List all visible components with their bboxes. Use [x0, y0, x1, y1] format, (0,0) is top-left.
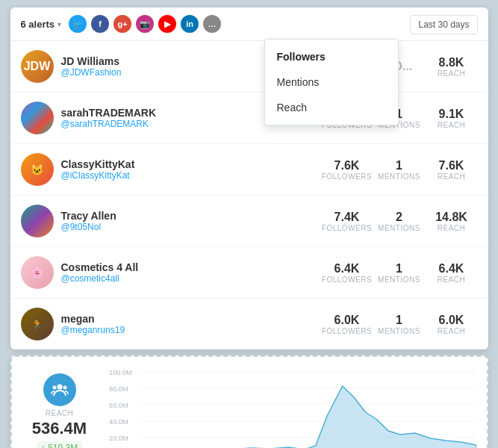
user-row: sarahTRADEMARK @sarahTRADEMARK 8.6K FOLL…	[10, 93, 488, 144]
user-handle[interactable]: @meganruns19	[61, 325, 321, 335]
avatar	[21, 205, 54, 237]
chart-area	[141, 386, 476, 448]
reach-label: REACH	[426, 327, 478, 335]
mentions-value: 1	[373, 262, 426, 276]
dropdown-item-mentions[interactable]: Mentions	[265, 69, 398, 95]
mentions-stat: 2 MENTIONS	[373, 211, 426, 232]
mentions-value: 1	[373, 159, 426, 172]
user-handle[interactable]: @9t05Nol	[61, 222, 321, 232]
user-row: 🌸 Cosmetics 4 All @cosmetic4all 6.4K FOL…	[10, 247, 488, 299]
followers-label: FOLLOWERS	[321, 327, 373, 335]
followers-value: 7.4K	[321, 211, 373, 224]
reach-stat: 6.0K REACH	[426, 314, 478, 335]
avatar: 🐱	[21, 153, 54, 186]
svg-text:80.0M: 80.0M	[109, 385, 128, 393]
user-name: Cosmetics 4 All	[61, 261, 321, 273]
reach-value: 7.6K	[426, 159, 478, 172]
reach-stat: 14.8K REACH	[426, 211, 478, 232]
followers-value: 7.6K	[321, 159, 373, 172]
reach-label: REACH	[426, 276, 478, 284]
reach-icon	[43, 373, 76, 406]
avatar	[21, 102, 54, 134]
reach-label: REACH	[426, 121, 478, 129]
reach-label: REACH	[426, 224, 478, 232]
reach-value: 8.8K	[426, 56, 478, 69]
toolbar: 6 alerts ▾ 🐦 f g+ 📷 ▶ in … 141 authors L…	[10, 7, 488, 41]
sort-dropdown-menu: Followers Mentions Reach	[264, 39, 399, 125]
facebook-icon[interactable]: f	[91, 15, 109, 33]
total-reach-stat: REACH 536.4M ↑ 510.3M	[22, 367, 97, 448]
reach-stat: 7.6K REACH	[426, 159, 478, 181]
main-container: 6 alerts ▾ 🐦 f g+ 📷 ▶ in … 141 authors L…	[10, 7, 488, 448]
user-info: Cosmetics 4 All @cosmetic4all	[61, 261, 321, 284]
mentions-value: 1	[373, 314, 426, 327]
avatar: 🏃	[21, 308, 54, 340]
mentions-label: MENTIONS	[373, 276, 426, 284]
chevron-down-icon: ▾	[57, 20, 61, 28]
followers-value: 6.0K	[321, 314, 373, 327]
reach-chart: 100.0M 80.0M 60.0M 40.0M 20.0M 0 Nov 12,…	[109, 367, 476, 448]
user-name: megan	[61, 313, 321, 325]
reach-value: 9.1K	[426, 108, 478, 121]
user-handle[interactable]: @iClassyKittyKat	[61, 170, 321, 181]
mentions-stat: 1 MENTIONS	[373, 262, 426, 284]
svg-text:100.0M: 100.0M	[109, 369, 132, 376]
reach-stat: 9.1K REACH	[426, 108, 478, 129]
alerts-button[interactable]: 6 alerts ▾	[21, 19, 62, 30]
googleplus-icon[interactable]: g+	[113, 15, 131, 33]
user-row: Tracy Allen @9t05Nol 7.4K FOLLOWERS 2 ME…	[10, 196, 488, 247]
user-handle[interactable]: @cosmetic4all	[61, 273, 321, 284]
mentions-stat: 1 MENTIONS	[373, 159, 426, 181]
reach-value: 6.4K	[426, 262, 478, 276]
reach-value: 536.4M	[32, 419, 87, 438]
svg-text:20.0M: 20.0M	[109, 435, 128, 442]
date-range-button[interactable]: Last 30 days	[410, 15, 477, 34]
user-info: Tracy Allen @9t05Nol	[61, 210, 321, 232]
followers-label: FOLLOWERS	[321, 224, 373, 232]
mentions-stat: 1 MENTIONS	[373, 314, 426, 335]
alerts-count: 6 alerts	[21, 19, 55, 30]
svg-point-2	[63, 386, 66, 390]
twitter-icon[interactable]: 🐦	[69, 15, 87, 33]
followers-value: 6.4K	[321, 262, 373, 276]
followers-stat: 6.4K FOLLOWERS	[321, 262, 373, 284]
user-row: 🐱 ClassyKittyKat @iClassyKittyKat 7.6K F…	[10, 144, 488, 196]
user-list: JDW JD Williams @JDWFashion FO... 8.8K R…	[10, 41, 488, 349]
reach-value: 6.0K	[426, 314, 478, 327]
chart-svg: 100.0M 80.0M 60.0M 40.0M 20.0M 0 Nov 12,…	[109, 367, 476, 448]
linkedin-icon[interactable]: in	[181, 15, 199, 33]
chart-panel: REACH 536.4M ↑ 510.3M 100.0M 80.0M 60.0M…	[10, 355, 488, 448]
svg-text:40.0M: 40.0M	[109, 418, 128, 426]
user-info: ClassyKittyKat @iClassyKittyKat	[61, 158, 321, 181]
user-row: JDW JD Williams @JDWFashion FO... 8.8K R…	[10, 41, 488, 93]
avatar: JDW	[21, 50, 54, 83]
reach-stat: 8.8K REACH	[426, 56, 478, 78]
mentions-label: MENTIONS	[373, 224, 426, 232]
user-info: megan @meganruns19	[61, 313, 321, 335]
svg-point-0	[57, 385, 62, 390]
user-name: ClassyKittyKat	[61, 158, 321, 170]
social-icons-group: 🐦 f g+ 📷 ▶ in …	[69, 15, 221, 33]
dropdown-item-reach[interactable]: Reach	[265, 95, 398, 120]
dropdown-item-followers[interactable]: Followers	[265, 44, 398, 69]
reach-stat: 6.4K REACH	[426, 262, 478, 284]
reach-label: REACH	[46, 409, 74, 417]
followers-label: FOLLOWERS	[321, 276, 373, 284]
reach-change: ↑ 510.3M	[37, 441, 82, 448]
avatar: 🌸	[21, 256, 54, 289]
svg-point-1	[52, 386, 56, 390]
instagram-icon[interactable]: 📷	[136, 15, 154, 33]
reach-value: 14.8K	[426, 211, 478, 224]
reach-label: REACH	[426, 69, 478, 78]
top-panel: 6 alerts ▾ 🐦 f g+ 📷 ▶ in … 141 authors L…	[10, 7, 488, 349]
user-row: 🏃 megan @meganruns19 6.0K FOLLOWERS 1 ME…	[10, 299, 488, 349]
youtube-icon[interactable]: ▶	[158, 15, 176, 33]
reach-label: REACH	[426, 172, 478, 181]
mentions-label: MENTIONS	[373, 172, 426, 181]
followers-label: FOLLOWERS	[321, 172, 373, 181]
svg-text:60.0M: 60.0M	[109, 402, 128, 409]
user-name: Tracy Allen	[61, 210, 321, 222]
followers-stat: 6.0K FOLLOWERS	[321, 314, 373, 335]
mentions-label: MENTIONS	[373, 327, 426, 335]
other-social-icon[interactable]: …	[203, 15, 221, 33]
